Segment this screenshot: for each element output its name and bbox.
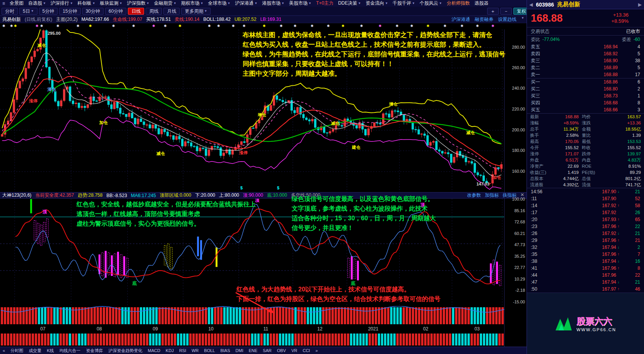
signal-mark: ✱ [410,24,413,28]
main-chart-area[interactable] [0,29,527,192]
stat-value: 153.53 [600,138,641,145]
period-button-5日[interactable]: 5日▼ [19,8,37,15]
period-button-15分钟[interactable]: 15分钟 [59,8,80,15]
bottom-tab-VR[interactable]: VR [289,348,300,353]
signal-mark: ✱ [76,24,80,28]
bottom-tab-WR[interactable]: WR [189,348,201,353]
tick-direction-icon: ↑ [616,202,621,209]
bottom-tab-资金博弈[interactable]: 资金博弈 [83,348,105,354]
bottom-tab-CCI[interactable]: CCI [300,348,313,353]
indicator-scale-label: -2.18 [506,288,525,293]
menu-item[interactable]: 个股风云▼ [417,0,444,7]
bottom-tab-RSI[interactable]: RSI [177,348,189,353]
menu-item[interactable]: 美股市场▼ [287,0,314,7]
tool-button-－[interactable]: － [500,8,512,15]
bottom-tab-沪深资金趋势变化[interactable]: 沪深资金趋势变化 [105,348,145,354]
change-percent: +8.59% [612,18,629,24]
menu-item[interactable]: 科创板▼ [75,0,98,7]
menu-item[interactable]: 全球市场▼ [206,0,233,7]
tick-price: 167.94 [548,279,616,286]
bottom-tab-BIAS[interactable]: BIAS [217,348,233,353]
menu-item[interactable]: 沪深指数▼ [125,0,152,7]
period-button-日线[interactable]: 日线 [128,8,144,15]
stat-value: 2.58% [551,132,579,138]
menu-item[interactable]: 期权市场▼ [179,0,206,7]
bottom-tab-KDJ[interactable]: KDJ [163,348,177,353]
bottom-tab-MACD[interactable]: MACD [145,348,163,353]
stat-value: 4.392亿 [551,182,579,188]
stat-label: 总股本 [530,175,551,182]
period-button-分时[interactable]: 分时 [2,8,18,15]
level-price: 168.90 [545,57,618,64]
menu-item[interactable]: DDE决策▼ [336,0,363,7]
level-label: 卖四 [531,50,545,57]
bottom-tab-均线六合一[interactable]: 均线六合一 [56,348,83,354]
bottom-tab-K线[interactable]: K线 [44,348,56,354]
menu-item[interactable]: T+0主力 [314,0,336,7]
hamburger-icon[interactable]: ≡ [0,1,7,6]
sub-link-改参数[interactable]: 改参数 [467,192,481,199]
bottom-tab-DMI[interactable]: DMI [233,348,246,353]
menu-item[interactable]: 分析师指数 [444,0,472,7]
level-price: 168.86 [545,78,618,85]
stat-label: 最低 [582,138,600,145]
tick-row: :35167.96↑7 [527,251,644,258]
time-label-12: 12 [317,326,322,332]
period-button-周线[interactable]: 周线 [146,8,162,15]
signal-mark: ✱ [460,24,464,28]
menu-item[interactable]: 千股千评▼ [390,0,417,7]
stat-value: 155.52 [551,145,579,151]
period-button-60分钟[interactable]: 60分钟 [105,8,126,15]
info-link-融资融券[interactable]: 融资融券 [475,16,493,23]
bottom-tab-»[interactable]: » [313,348,320,353]
weibi-label: 委比 [531,36,540,43]
prev-stock-icon[interactable]: ◀ [529,2,533,7]
bottom-tab-分时图[interactable]: 分时图 [8,348,26,354]
bottom-tab-SAR[interactable]: SAR [260,348,274,353]
tick-volume: 7 [621,251,640,258]
menu-item[interactable]: 自选股▼ [26,0,48,7]
bottom-tab-OBV[interactable]: OBV [274,348,289,353]
menu-item[interactable]: 金融期货▼ [152,0,179,7]
tick-time: :38 [531,258,548,265]
period-button-5分钟[interactable]: 5分钟 [39,8,58,15]
tick-direction-icon [616,272,621,279]
sub-link-加指标[interactable]: 加指标 [485,192,499,199]
svg-text:顶: 顶 [420,202,425,208]
signal-mark: ✱ [443,24,447,28]
tool-button-＋[interactable]: ＋ [487,8,499,15]
menu-item[interactable]: 选股器 [472,0,491,7]
level-volume: 5 [618,64,640,71]
tick-price: 167.97 [548,286,616,293]
bottom-tab-ENE[interactable]: ENE [246,348,260,353]
bottom-tab-BOLL[interactable]: BOLL [201,348,217,353]
tick-list[interactable]: 14:56167.90↓21:11167.9052:14167.92↑58:17… [527,188,644,293]
tick-volume: 26 [621,209,640,216]
period-button-月线[interactable]: 月线 [163,8,180,15]
tick-row: :41167.96↑8 [527,265,644,272]
bid-row: 买二168.802 [527,85,644,92]
ask-row: 卖二168.895 [527,64,644,71]
menu-item[interactable]: 沪深港通▼ [233,0,260,7]
bottom-tab-成交量[interactable]: 成交量 [26,348,44,354]
stat-row: 换手2.58%量比1.39 [527,132,644,138]
stat-value: 1.39 [600,132,641,138]
info-link-沪深港通[interactable]: 沪深港通 [452,16,470,23]
indicator-value: 买线:178.51 [146,16,171,23]
stat-value: 1.419 [551,169,579,175]
period-button-30分钟[interactable]: 30分钟 [82,8,104,15]
next-stock-icon[interactable]: ▶ [638,2,642,7]
sub-indicator-area[interactable]: 顶顶顶底底 [0,199,527,306]
menu-item[interactable]: 沪深排行▼ [48,0,75,7]
info-link-设置趋线[interactable]: 设置趋线 [498,16,517,23]
bottom-tab-«[interactable]: « [0,348,8,353]
menu-item[interactable]: 全景图 [7,0,26,7]
menu-item[interactable]: 港股市场▼ [260,0,287,7]
svg-text:底: 底 [132,281,137,286]
menu-item[interactable]: 板块监测▼ [98,0,125,7]
tick-time: :35 [531,251,548,258]
menu-item[interactable]: 资金流向▼ [363,0,390,7]
period-button-更多周期[interactable]: 更多周期▼ [181,8,211,15]
sub-indicator-canvas[interactable]: 顶顶顶底底 [0,199,527,306]
main-chart-canvas[interactable] [0,29,527,192]
